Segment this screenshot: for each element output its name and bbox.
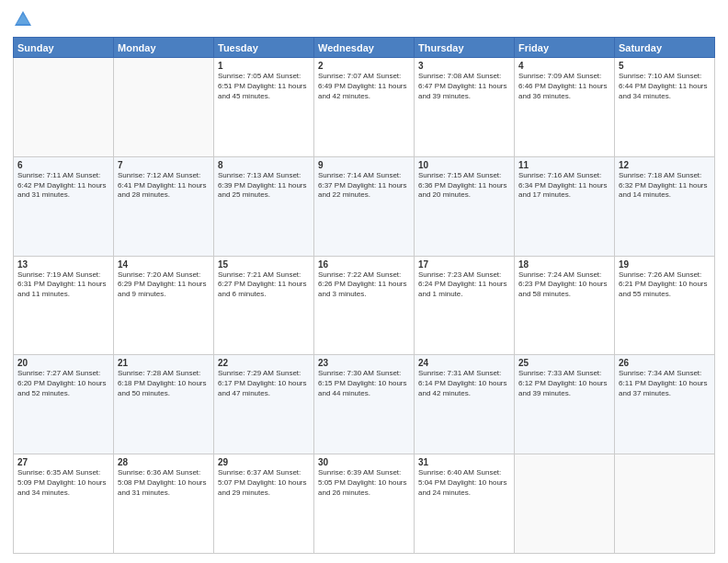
calendar-week-row: 1Sunrise: 7:05 AM Sunset: 6:51 PM Daylig… (14, 58, 715, 157)
cell-content: Sunrise: 7:21 AM Sunset: 6:27 PM Dayligh… (218, 270, 310, 300)
cell-content: Sunrise: 7:14 AM Sunset: 6:37 PM Dayligh… (318, 171, 410, 201)
page: SundayMondayTuesdayWednesdayThursdayFrid… (0, 0, 728, 563)
calendar-cell: 29Sunrise: 6:37 AM Sunset: 5:07 PM Dayli… (214, 454, 314, 554)
calendar-day-header: Monday (114, 38, 214, 58)
calendar-week-row: 6Sunrise: 7:11 AM Sunset: 6:42 PM Daylig… (14, 156, 715, 256)
calendar-cell: 10Sunrise: 7:15 AM Sunset: 6:36 PM Dayli… (415, 156, 515, 256)
calendar-cell (615, 454, 715, 554)
calendar-cell: 1Sunrise: 7:05 AM Sunset: 6:51 PM Daylig… (214, 58, 314, 157)
calendar-cell: 16Sunrise: 7:22 AM Sunset: 6:26 PM Dayli… (314, 256, 415, 355)
cell-content: Sunrise: 7:05 AM Sunset: 6:51 PM Dayligh… (218, 72, 310, 101)
calendar-cell: 7Sunrise: 7:12 AM Sunset: 6:41 PM Daylig… (114, 156, 214, 256)
cell-content: Sunrise: 7:30 AM Sunset: 6:15 PM Dayligh… (318, 369, 410, 398)
calendar-week-row: 27Sunrise: 6:35 AM Sunset: 5:09 PM Dayli… (14, 454, 715, 554)
calendar-week-row: 13Sunrise: 7:19 AM Sunset: 6:31 PM Dayli… (14, 256, 715, 355)
cell-content: Sunrise: 7:13 AM Sunset: 6:39 PM Dayligh… (218, 171, 310, 201)
day-number: 15 (218, 259, 310, 270)
cell-content: Sunrise: 7:08 AM Sunset: 6:47 PM Dayligh… (418, 72, 510, 101)
day-number: 5 (619, 61, 711, 71)
day-number: 13 (17, 259, 109, 270)
day-number: 14 (118, 259, 210, 270)
day-number: 8 (218, 160, 310, 170)
day-number: 26 (619, 358, 711, 368)
cell-content: Sunrise: 6:39 AM Sunset: 5:05 PM Dayligh… (318, 468, 410, 498)
cell-content: Sunrise: 7:26 AM Sunset: 6:21 PM Dayligh… (619, 270, 711, 300)
svg-marker-1 (17, 14, 29, 24)
calendar-cell: 18Sunrise: 7:24 AM Sunset: 6:23 PM Dayli… (515, 256, 615, 355)
day-number: 24 (418, 358, 510, 368)
calendar-cell: 4Sunrise: 7:09 AM Sunset: 6:46 PM Daylig… (515, 58, 615, 157)
day-number: 7 (118, 160, 210, 170)
cell-content: Sunrise: 7:15 AM Sunset: 6:36 PM Dayligh… (418, 171, 510, 201)
cell-content: Sunrise: 6:37 AM Sunset: 5:07 PM Dayligh… (218, 468, 310, 498)
day-number: 2 (318, 61, 410, 71)
cell-content: Sunrise: 7:33 AM Sunset: 6:12 PM Dayligh… (518, 369, 610, 398)
calendar-cell: 9Sunrise: 7:14 AM Sunset: 6:37 PM Daylig… (314, 156, 415, 256)
day-number: 23 (318, 358, 410, 368)
cell-content: Sunrise: 7:24 AM Sunset: 6:23 PM Dayligh… (518, 270, 610, 300)
day-number: 6 (17, 160, 109, 170)
calendar-cell: 31Sunrise: 6:40 AM Sunset: 5:04 PM Dayli… (415, 454, 515, 554)
calendar-cell: 27Sunrise: 6:35 AM Sunset: 5:09 PM Dayli… (14, 454, 114, 554)
calendar-cell: 12Sunrise: 7:18 AM Sunset: 6:32 PM Dayli… (615, 156, 715, 256)
day-number: 3 (418, 61, 510, 71)
cell-content: Sunrise: 7:18 AM Sunset: 6:32 PM Dayligh… (619, 171, 711, 201)
calendar-cell: 6Sunrise: 7:11 AM Sunset: 6:42 PM Daylig… (14, 156, 114, 256)
day-number: 30 (318, 457, 410, 467)
day-number: 18 (518, 259, 610, 270)
cell-content: Sunrise: 7:28 AM Sunset: 6:18 PM Dayligh… (118, 369, 210, 398)
day-number: 16 (318, 259, 410, 270)
day-number: 20 (17, 358, 109, 368)
day-number: 12 (619, 160, 711, 170)
calendar-cell: 24Sunrise: 7:31 AM Sunset: 6:14 PM Dayli… (415, 355, 515, 454)
calendar-cell: 13Sunrise: 7:19 AM Sunset: 6:31 PM Dayli… (14, 256, 114, 355)
calendar-day-header: Friday (515, 38, 615, 58)
day-number: 9 (318, 160, 410, 170)
calendar-cell: 23Sunrise: 7:30 AM Sunset: 6:15 PM Dayli… (314, 355, 415, 454)
calendar-cell (14, 58, 114, 157)
cell-content: Sunrise: 7:19 AM Sunset: 6:31 PM Dayligh… (17, 270, 109, 300)
calendar-cell: 15Sunrise: 7:21 AM Sunset: 6:27 PM Dayli… (214, 256, 314, 355)
logo (13, 9, 37, 29)
day-number: 21 (118, 358, 210, 368)
day-number: 4 (518, 61, 610, 71)
cell-content: Sunrise: 6:36 AM Sunset: 5:08 PM Dayligh… (118, 468, 210, 498)
cell-content: Sunrise: 7:31 AM Sunset: 6:14 PM Dayligh… (418, 369, 510, 398)
day-number: 19 (619, 259, 711, 270)
cell-content: Sunrise: 7:12 AM Sunset: 6:41 PM Dayligh… (118, 171, 210, 201)
cell-content: Sunrise: 7:10 AM Sunset: 6:44 PM Dayligh… (619, 72, 711, 101)
day-number: 29 (218, 457, 310, 467)
day-number: 27 (17, 457, 109, 467)
day-number: 11 (518, 160, 610, 170)
day-number: 31 (418, 457, 510, 467)
calendar-cell: 22Sunrise: 7:29 AM Sunset: 6:17 PM Dayli… (214, 355, 314, 454)
calendar-cell: 30Sunrise: 6:39 AM Sunset: 5:05 PM Dayli… (314, 454, 415, 554)
calendar-cell: 5Sunrise: 7:10 AM Sunset: 6:44 PM Daylig… (615, 58, 715, 157)
cell-content: Sunrise: 7:34 AM Sunset: 6:11 PM Dayligh… (619, 369, 711, 398)
cell-content: Sunrise: 7:29 AM Sunset: 6:17 PM Dayligh… (218, 369, 310, 398)
calendar-cell: 28Sunrise: 6:36 AM Sunset: 5:08 PM Dayli… (114, 454, 214, 554)
calendar-day-header: Saturday (615, 38, 715, 58)
cell-content: Sunrise: 7:11 AM Sunset: 6:42 PM Dayligh… (17, 171, 109, 201)
cell-content: Sunrise: 7:23 AM Sunset: 6:24 PM Dayligh… (418, 270, 510, 300)
logo-icon (13, 9, 33, 29)
cell-content: Sunrise: 6:35 AM Sunset: 5:09 PM Dayligh… (17, 468, 109, 498)
calendar-cell: 2Sunrise: 7:07 AM Sunset: 6:49 PM Daylig… (314, 58, 415, 157)
calendar-day-header: Tuesday (214, 38, 314, 58)
calendar-cell: 11Sunrise: 7:16 AM Sunset: 6:34 PM Dayli… (515, 156, 615, 256)
cell-content: Sunrise: 7:16 AM Sunset: 6:34 PM Dayligh… (518, 171, 610, 201)
calendar-cell (114, 58, 214, 157)
calendar-cell: 19Sunrise: 7:26 AM Sunset: 6:21 PM Dayli… (615, 256, 715, 355)
header (13, 9, 715, 29)
calendar-cell: 26Sunrise: 7:34 AM Sunset: 6:11 PM Dayli… (615, 355, 715, 454)
day-number: 22 (218, 358, 310, 368)
calendar-cell: 25Sunrise: 7:33 AM Sunset: 6:12 PM Dayli… (515, 355, 615, 454)
day-number: 25 (518, 358, 610, 368)
calendar-cell: 3Sunrise: 7:08 AM Sunset: 6:47 PM Daylig… (415, 58, 515, 157)
calendar-table: SundayMondayTuesdayWednesdayThursdayFrid… (13, 37, 715, 554)
day-number: 17 (418, 259, 510, 270)
calendar-cell (515, 454, 615, 554)
calendar-week-row: 20Sunrise: 7:27 AM Sunset: 6:20 PM Dayli… (14, 355, 715, 454)
cell-content: Sunrise: 6:40 AM Sunset: 5:04 PM Dayligh… (418, 468, 510, 498)
calendar-cell: 21Sunrise: 7:28 AM Sunset: 6:18 PM Dayli… (114, 355, 214, 454)
